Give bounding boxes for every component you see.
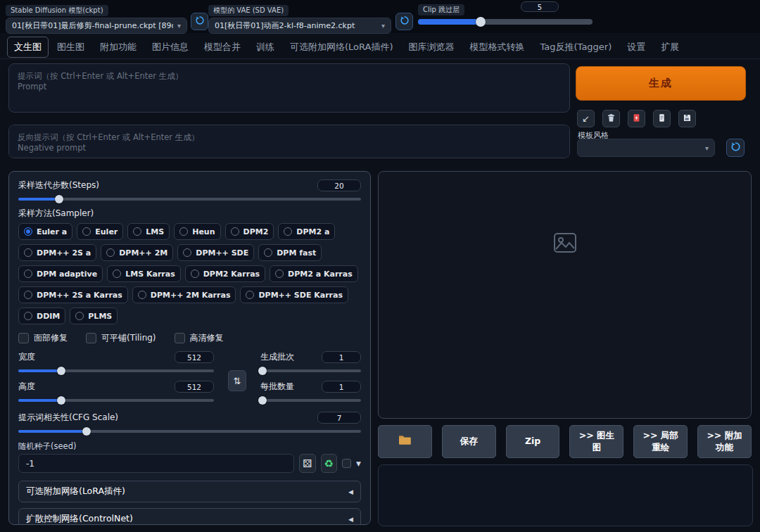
steps-label: 采样迭代步数(Steps) — [18, 179, 99, 191]
cfg-slider[interactable] — [18, 426, 361, 436]
radio-icon — [24, 312, 32, 320]
sampler-option[interactable]: LMS — [127, 223, 170, 240]
slider-handle[interactable] — [258, 367, 267, 375]
apply-style-button[interactable] — [653, 110, 671, 127]
tab-extensions[interactable]: 扩展 — [654, 37, 686, 58]
options-checkbox-row: 面部修复 可平铺(Tiling) 高清修复 — [18, 332, 361, 344]
batch-count-label: 生成批次 — [260, 351, 294, 363]
tiling-checkbox[interactable]: 可平铺(Tiling) — [86, 332, 156, 344]
restore-faces-checkbox[interactable]: 面部修复 — [18, 332, 68, 344]
sampler-option[interactable]: Heun — [174, 223, 220, 240]
tab-train[interactable]: 训练 — [249, 37, 281, 58]
controlnet-accordion[interactable]: 扩散控制网络(ControlNet) ◀ — [18, 508, 361, 525]
app-root: Stable Diffusion 模型(ckpt) 01[秋日带01]最后修剪-… — [0, 0, 760, 532]
send-to-extras-button[interactable]: >> 附加功能 — [697, 425, 752, 458]
refresh-icon — [195, 15, 205, 27]
negative-prompt-input[interactable] — [8, 125, 570, 158]
seed-input[interactable] — [18, 454, 294, 473]
width-slider[interactable] — [18, 366, 214, 375]
sampler-option-label: DPM fast — [277, 248, 316, 258]
sampler-option[interactable]: DPM++ SDE Karras — [240, 286, 348, 303]
tab-txt2img[interactable]: 文生图 — [7, 37, 49, 58]
sampler-option[interactable]: DDIM — [18, 308, 65, 324]
swap-dimensions-button[interactable]: ⇅ — [228, 370, 246, 391]
batch-count-slider[interactable] — [260, 366, 361, 375]
tab-extras[interactable]: 附加功能 — [93, 37, 144, 58]
slider-handle[interactable] — [57, 367, 65, 375]
tab-settings[interactable]: 设置 — [620, 37, 652, 58]
steps-value[interactable]: 20 — [317, 179, 361, 191]
sampler-option-label: DPM2 Karras — [203, 270, 260, 279]
style-dropdown[interactable]: ▾ — [577, 139, 715, 157]
clip-skip-value[interactable]: 5 — [521, 1, 559, 12]
radio-icon — [24, 248, 32, 257]
tab-png-info[interactable]: 图片信息 — [145, 37, 196, 58]
slider-handle[interactable] — [57, 396, 65, 405]
paste-params-button[interactable]: ↙ — [577, 110, 595, 127]
slider-fill — [18, 399, 61, 402]
checkbox-label: 面部修复 — [34, 332, 68, 344]
batch-count-value[interactable]: 1 — [322, 351, 361, 363]
vae-dropdown[interactable]: 01[秋日带01]动画2-kl-f8-anime2.ckpt ▾ — [208, 18, 391, 34]
width-value[interactable]: 512 — [175, 351, 214, 363]
sampler-option[interactable]: DPM2 — [225, 223, 274, 240]
steps-slider[interactable] — [18, 194, 361, 203]
sampler-option[interactable]: DPM++ 2M Karras — [132, 286, 236, 303]
slider-handle[interactable] — [55, 195, 63, 203]
sampler-option[interactable]: Euler a — [18, 223, 72, 240]
sampler-option[interactable]: PLMS — [70, 308, 118, 324]
sampler-option[interactable]: LMS Karras — [107, 265, 180, 282]
slider-handle[interactable] — [82, 427, 91, 436]
tab-image-browser[interactable]: 图库浏览器 — [402, 37, 462, 58]
tab-img2img[interactable]: 图生图 — [50, 37, 91, 58]
model-refresh-button[interactable] — [191, 13, 208, 30]
zip-button[interactable]: Zip — [506, 425, 560, 458]
radio-icon — [24, 227, 32, 236]
send-to-img2img-button[interactable]: >> 图生图 — [569, 425, 623, 458]
sampler-option[interactable]: DPM2 Karras — [185, 265, 265, 282]
sampler-option-label: Heun — [192, 227, 215, 236]
clip-skip-slider[interactable] — [418, 17, 593, 27]
sampler-option[interactable]: DPM fast — [258, 244, 322, 261]
highres-fix-checkbox[interactable]: 高清修复 — [175, 332, 224, 344]
clear-prompt-button[interactable] — [602, 110, 620, 127]
height-slider[interactable] — [18, 395, 214, 405]
send-to-inpaint-button[interactable]: >> 局部重绘 — [633, 425, 688, 458]
style-refresh-button[interactable] — [726, 139, 745, 157]
tab-checkpoint-merger[interactable]: 模型合并 — [197, 37, 248, 58]
tab-tagger[interactable]: Tag反推(Tagger) — [533, 37, 619, 58]
sampler-option[interactable]: DPM adaptive — [18, 265, 103, 282]
save-button[interactable]: 保存 — [442, 425, 496, 458]
sampler-option[interactable]: DPM++ 2M — [101, 244, 173, 261]
chevron-down-icon: ▾ — [177, 22, 181, 30]
tab-lora-network[interactable]: 可选附加网络(LoRA插件) — [283, 37, 400, 58]
sampler-option[interactable]: DPM2 a Karras — [270, 265, 358, 282]
seed-extra-caret-icon[interactable]: ▼ — [356, 460, 361, 467]
sampler-option[interactable]: Euler — [77, 223, 123, 240]
sampler-option[interactable]: DPM2 a — [278, 223, 335, 240]
tab-model-converter[interactable]: 模型格式转换 — [463, 37, 532, 58]
generate-button[interactable]: 生成 — [576, 66, 746, 101]
slider-handle[interactable] — [476, 17, 486, 27]
batch-size-slider[interactable] — [260, 395, 361, 405]
reuse-seed-button[interactable]: ♻ — [321, 454, 338, 473]
model-dropdown[interactable]: 01[秋日带01]最后修剪-final-prune.ckpt [89d59c ▾ — [6, 18, 187, 34]
slider-handle[interactable] — [258, 396, 267, 405]
extra-networks-button[interactable] — [628, 110, 645, 127]
sampler-option-label: PLMS — [88, 312, 112, 321]
sampler-option[interactable]: DPM++ 2S a Karras — [18, 286, 128, 303]
extra-seed-checkbox[interactable] — [342, 459, 351, 468]
vae-refresh-button[interactable] — [395, 13, 413, 30]
save-style-button[interactable] — [678, 110, 696, 127]
sampler-option[interactable]: DPM++ 2S a — [18, 244, 96, 261]
lora-accordion[interactable]: 可选附加网络(LoRA插件) ◀ — [18, 481, 361, 502]
height-value[interactable]: 512 — [175, 381, 214, 393]
prompt-input[interactable] — [8, 63, 570, 113]
open-folder-button[interactable] — [378, 425, 432, 458]
batch-size-value[interactable]: 1 — [322, 381, 361, 393]
sampler-option[interactable]: DPM++ SDE — [177, 244, 254, 261]
random-seed-button[interactable]: ⚄ — [299, 454, 316, 473]
cfg-value[interactable]: 7 — [317, 412, 361, 424]
folder-icon — [398, 434, 412, 448]
vae-select-group: 模型的 VAE (SD VAE) 01[秋日带01]动画2-kl-f8-anim… — [208, 2, 391, 34]
